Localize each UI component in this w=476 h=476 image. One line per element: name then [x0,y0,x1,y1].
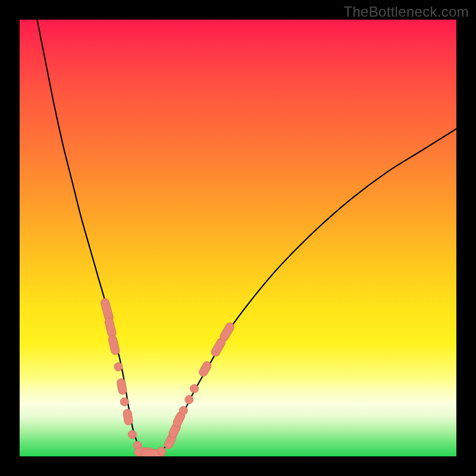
marker-dot [185,396,193,404]
marker-dot [190,384,199,393]
marker-dot [114,363,123,371]
curve-layer [20,20,456,456]
marker-dot [179,406,187,415]
marker-pill [123,409,133,425]
marker-pill [116,378,127,395]
curve-markers [100,298,236,456]
marker-pill [104,317,117,338]
chart-frame: TheBottleneck.com [0,0,476,476]
marker-dot [128,430,136,439]
plot-area [20,20,456,456]
bottleneck-curve [37,20,456,456]
marker-pill [108,334,121,355]
marker-dot [120,397,129,406]
marker-pill [218,321,236,343]
watermark-text: TheBottleneck.com [343,4,469,20]
marker-dot [158,447,166,455]
